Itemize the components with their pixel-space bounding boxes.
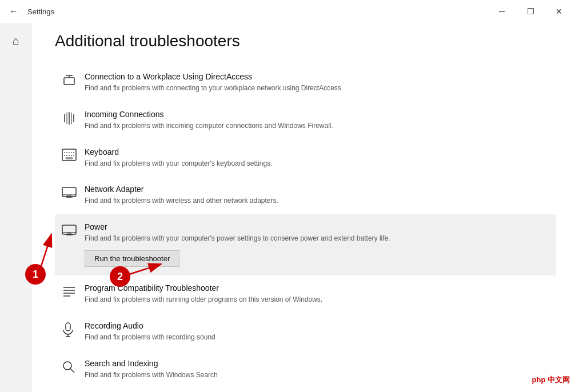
- compatibility-desc: Find and fix problems with running older…: [85, 295, 549, 305]
- compatibility-text: Program Compatibility Troubleshooter Fin…: [85, 283, 549, 305]
- incoming-text: Incoming Connections Find and fix proble…: [85, 110, 549, 131]
- page-title: Additional troubleshooters: [55, 32, 556, 50]
- power-icon: [62, 223, 85, 239]
- app-title: Settings: [27, 7, 54, 16]
- close-button[interactable]: ✕: [546, 2, 572, 21]
- svg-rect-32: [66, 323, 70, 331]
- workplace-text: Connection to a Workplace Using DirectAc…: [85, 72, 549, 93]
- watermark: php 中文网: [532, 375, 570, 385]
- workplace-icon: [62, 73, 85, 91]
- main-content: ⌂ Additional troubleshooters Connection …: [0, 23, 579, 392]
- list-item[interactable]: Recording Audio Find and fix problems wi…: [55, 313, 556, 351]
- audio-text: Recording Audio Find and fix problems wi…: [85, 321, 549, 342]
- compatibility-icon: [62, 285, 85, 301]
- compatibility-name: Program Compatibility Troubleshooter: [85, 283, 549, 293]
- keyboard-icon: [62, 149, 85, 165]
- run-troubleshooter-button[interactable]: Run the troubleshooter: [85, 250, 179, 267]
- maximize-button[interactable]: ❐: [517, 2, 544, 21]
- svg-rect-0: [64, 78, 74, 85]
- power-name: Power: [85, 222, 549, 231]
- incoming-name: Incoming Connections: [85, 110, 549, 119]
- window-controls: ─ ❐ ✕: [489, 2, 572, 21]
- title-bar-left: ← Settings: [7, 4, 54, 19]
- power-desc: Find and fix problems with your computer…: [85, 234, 549, 243]
- list-item[interactable]: Keyboard Find and fix problems with your…: [55, 139, 556, 177]
- audio-name: Recording Audio: [85, 321, 549, 330]
- content-area: Additional troubleshooters Connection to…: [32, 23, 579, 392]
- network-desc: Find and fix problems with wireless and …: [85, 196, 549, 206]
- list-item[interactable]: Incoming Connections Find and fix proble…: [55, 102, 556, 139]
- svg-point-35: [63, 362, 71, 370]
- keyboard-name: Keyboard: [85, 147, 549, 157]
- network-icon: [62, 186, 85, 202]
- svg-line-36: [70, 369, 74, 373]
- audio-icon: [62, 322, 85, 341]
- power-item[interactable]: Power Find and fix problems with your co…: [55, 214, 556, 275]
- list-item[interactable]: Network Adapter Find and fix problems wi…: [55, 177, 556, 214]
- network-text: Network Adapter Find and fix problems wi…: [85, 185, 549, 206]
- audio-desc: Find and fix problems with recording sou…: [85, 333, 549, 342]
- title-bar: ← Settings ─ ❐ ✕: [0, 0, 579, 23]
- search-text: Search and Indexing Find and fix problem…: [85, 359, 549, 380]
- workplace-desc: Find and fix problems with connecting to…: [85, 83, 549, 93]
- keyboard-desc: Find and fix problems with your computer…: [85, 159, 549, 169]
- annotation-circle-2: 2: [110, 266, 130, 287]
- search-icon: [62, 360, 85, 377]
- svg-rect-19: [66, 158, 73, 159]
- sidebar: ⌂: [0, 23, 32, 392]
- list-item[interactable]: Program Compatibility Troubleshooter Fin…: [55, 275, 556, 313]
- annotation-circle-1: 1: [25, 264, 46, 285]
- home-icon[interactable]: ⌂: [6, 27, 26, 54]
- search-name: Search and Indexing: [85, 359, 549, 368]
- minimize-button[interactable]: ─: [489, 2, 515, 21]
- workplace-name: Connection to a Workplace Using DirectAc…: [85, 72, 549, 81]
- back-button[interactable]: ←: [7, 4, 21, 19]
- list-item[interactable]: Connection to a Workplace Using DirectAc…: [55, 64, 556, 102]
- incoming-desc: Find and fix problems with incoming comp…: [85, 121, 549, 131]
- power-text: Power Find and fix problems with your co…: [85, 222, 549, 267]
- search-desc: Find and fix problems with Windows Searc…: [85, 370, 549, 380]
- network-name: Network Adapter: [85, 185, 549, 194]
- list-item[interactable]: Search and Indexing Find and fix problem…: [55, 351, 556, 389]
- incoming-icon: [62, 111, 85, 129]
- keyboard-text: Keyboard Find and fix problems with your…: [85, 147, 549, 169]
